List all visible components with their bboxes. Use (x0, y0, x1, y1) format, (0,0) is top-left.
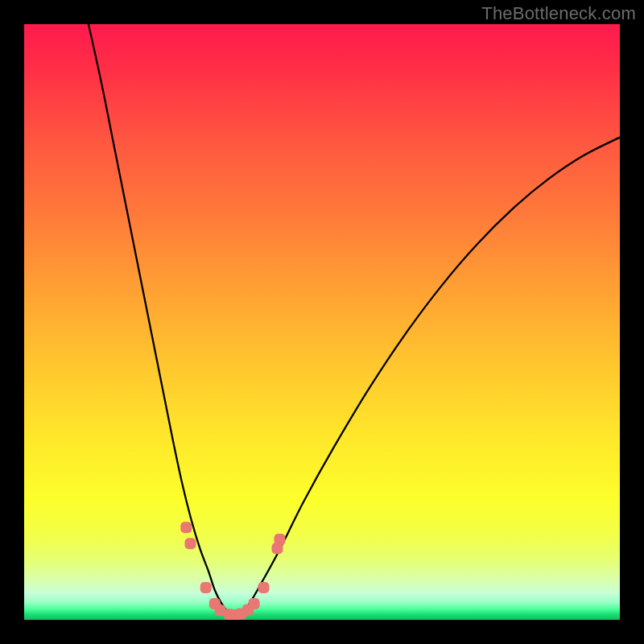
bottleneck-curve-path (89, 24, 620, 616)
watermark-text: TheBottleneck.com (481, 3, 636, 24)
highlight-marker (200, 582, 212, 593)
highlight-marker (180, 522, 192, 533)
plot-area (24, 24, 620, 620)
highlight-marker (258, 582, 270, 593)
outer-frame: TheBottleneck.com (0, 0, 644, 644)
highlight-marker (249, 598, 260, 609)
curve-layer (24, 24, 620, 620)
highlight-marker (275, 534, 286, 545)
highlight-marker (185, 538, 196, 549)
